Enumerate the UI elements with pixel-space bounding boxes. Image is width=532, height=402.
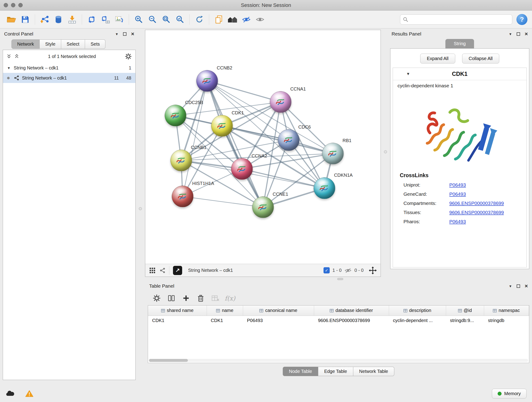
tab-network-table[interactable]: Network Table [353,367,394,376]
table-settings-button[interactable] [151,292,163,304]
network-node-cdkn1a[interactable] [314,177,335,199]
tab-select[interactable]: Select [61,39,85,49]
zoom-in-button[interactable] [132,13,145,26]
search-field[interactable] [400,14,512,25]
birdseye-view-button[interactable]: ↗ [173,266,182,275]
tab-edge-table[interactable]: Edge Table [318,367,353,376]
zoom-window-button[interactable] [18,3,23,7]
expand-all-button[interactable]: Expand All [420,54,455,64]
memory-button[interactable]: Memory [492,389,526,399]
expand-all-icon[interactable] [7,54,11,59]
cloud-icon[interactable] [6,390,15,397]
tab-sets[interactable]: Sets [85,39,105,49]
crosslink-value[interactable]: 9606.ENSP00000378699 [449,210,504,215]
crosslink-value[interactable]: 9606.ENSP00000378699 [449,201,504,206]
search-input[interactable] [410,17,509,22]
column-header-namespac[interactable]: namespac [484,306,529,316]
refresh-view-button[interactable] [193,13,206,26]
close-panel-icon[interactable]: × [131,31,134,37]
table-cell[interactable]: CDK1 [148,316,207,325]
table-cell[interactable]: stringdb:9... [446,316,484,325]
new-network-table-button[interactable] [99,13,112,26]
import-table-file-button[interactable] [66,13,79,26]
network-node-ccna1[interactable] [270,91,291,113]
crosslink-value[interactable]: P06493 [449,182,466,188]
float-panel-icon[interactable] [123,32,127,36]
export-image-button[interactable] [113,13,126,26]
collapse-all-button[interactable]: Collapse All [462,54,500,64]
close-panel-icon[interactable]: × [525,31,528,37]
help-button[interactable]: ? [516,14,527,25]
network-node-rb1[interactable] [322,143,344,164]
network-node-ccnb1[interactable] [171,150,192,171]
tab-style[interactable]: Style [40,39,61,49]
card-expander-icon[interactable]: ▼ [406,72,410,76]
show-all-button[interactable] [254,13,266,26]
tab-string[interactable]: String [445,39,474,48]
column-header-description[interactable]: description [389,306,446,316]
collection-expander-icon[interactable]: ▼ [7,66,11,70]
new-network-button[interactable] [85,13,98,26]
zoom-fit-button[interactable] [160,13,172,26]
network-node-cdc25b[interactable] [165,105,186,126]
crosslink-value[interactable]: P06493 [449,219,466,224]
network-node-cdk1[interactable] [211,115,233,137]
network-overview-icon[interactable] [159,268,165,273]
move-crosshair-icon[interactable] [369,266,377,274]
tab-node-table[interactable]: Node Table [283,367,318,376]
home-views-button[interactable] [226,13,239,26]
table-row[interactable]: CDK1CDK1P064939606.ENSP00000378699cyclin… [148,316,529,325]
scrollbar-thumb[interactable] [149,359,188,362]
vertical-splitter[interactable] [381,29,390,277]
network-canvas[interactable]: CCNB2CCNA1CDC25BCDK1CDC6RB1CCNB1CCNA2CDK… [145,30,380,264]
duplicate-network-button[interactable] [212,13,225,26]
column-header--id[interactable]: @id [446,306,484,316]
table-cell[interactable]: 9606.ENSP00000378699 [314,316,389,325]
panel-menu-icon[interactable]: ▼ [509,284,512,288]
import-network-database-button[interactable] [52,13,65,26]
float-panel-icon[interactable] [517,32,520,36]
open-session-button[interactable] [5,13,18,26]
splitter-handle[interactable] [337,278,343,280]
table-cell[interactable]: P06493 [243,316,314,325]
network-node-cdc6[interactable] [278,129,299,151]
close-panel-icon[interactable]: × [525,283,528,289]
delete-column-button[interactable] [195,292,207,304]
table-cell[interactable]: stringdb [484,316,529,325]
network-node-ccne1[interactable] [252,196,274,218]
zoom-out-button[interactable] [146,13,159,26]
tab-network[interactable]: Network [12,39,40,49]
column-header-name[interactable]: name [207,306,243,316]
import-network-file-button[interactable] [38,13,51,26]
zoom-selected-button[interactable] [173,13,186,26]
selected-checkbox-icon[interactable]: ✓ [323,267,330,274]
network-node-ccnb2[interactable] [196,70,218,92]
save-session-button[interactable] [19,13,32,26]
hide-selected-button[interactable] [240,13,253,26]
network-collection-row[interactable]: ▼ String Network – cdk1 1 [3,63,135,73]
warning-icon[interactable] [25,390,33,397]
column-header-canonical-name[interactable]: canonical name [243,306,314,316]
network-row[interactable]: String Network – cdk1 11 48 [3,73,135,83]
add-column-button[interactable] [180,292,192,304]
panel-menu-icon[interactable]: ▼ [509,32,512,36]
gear-icon[interactable] [125,53,132,60]
column-header-shared-name[interactable]: shared name [148,306,207,316]
table-cell[interactable]: CDK1 [207,316,243,325]
column-header-database-identifier[interactable]: database identifier [314,306,389,316]
minimize-window-button[interactable] [11,3,15,7]
close-window-button[interactable] [4,3,8,7]
horizontal-splitter[interactable] [145,277,529,281]
table-cell[interactable]: cyclin-dependent ... [389,316,446,325]
panel-menu-icon[interactable]: ▼ [115,32,119,36]
crosslink-value[interactable]: P06493 [449,191,466,197]
collapse-all-icon[interactable] [14,54,19,59]
vertical-splitter[interactable] [136,29,145,385]
show-columns-button[interactable] [165,292,177,304]
network-node-hist1h1a[interactable] [172,186,193,207]
grid-view-icon[interactable] [149,267,156,274]
splitter-handle[interactable] [139,207,142,210]
splitter-handle[interactable] [384,150,387,153]
network-node-ccna2[interactable] [231,158,253,180]
float-panel-icon[interactable] [517,284,520,288]
